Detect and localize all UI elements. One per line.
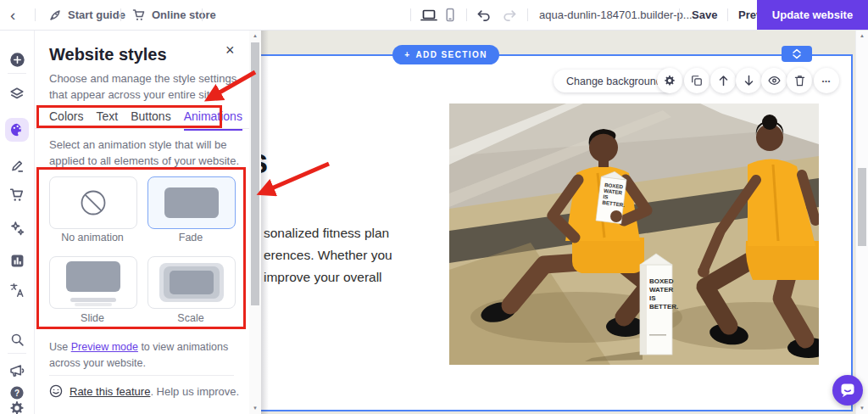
preview-note: Use Preview mode to view animations acro…	[49, 339, 240, 372]
section-more-button[interactable]: •••	[814, 68, 839, 93]
divider	[34, 128, 249, 129]
online-store-button[interactable]: Online store	[132, 0, 216, 30]
desktop-view-button[interactable]	[420, 0, 437, 30]
panel-scrollbar-thumb[interactable]	[251, 42, 259, 305]
save-button[interactable]: Save	[692, 0, 717, 30]
animation-option-none[interactable]	[49, 176, 137, 229]
mobile-view-button[interactable]	[444, 0, 456, 30]
save-label: Save	[692, 8, 717, 21]
back-button[interactable]: ‹	[10, 0, 15, 30]
divider	[120, 8, 121, 21]
no-animation-icon	[77, 187, 109, 219]
website-builder: ‹ Start guide Online store	[0, 0, 868, 414]
animation-option-label: Fade	[147, 232, 234, 243]
site-domain[interactable]: aqua-dunlin-184701.builder-p...	[539, 0, 693, 30]
scale-thumbnail	[159, 263, 224, 302]
sidebar-divider	[8, 73, 26, 74]
rate-feature-row: Rate this feature. Help us improve.	[49, 384, 239, 398]
start-guide-button[interactable]: Start guide	[48, 0, 125, 30]
update-website-label: Update website	[772, 8, 853, 21]
page-scrollbar[interactable]: ▲ ▼	[855, 30, 868, 414]
preview-note-prefix: Use	[49, 341, 71, 353]
arrow-up-icon	[718, 75, 729, 87]
sidebar-item-analytics[interactable]	[7, 250, 27, 271]
sidebar-item-ai-tools[interactable]	[7, 218, 27, 238]
section-resize-handle[interactable]	[782, 46, 812, 62]
divider	[202, 8, 203, 21]
resize-chevrons-icon	[791, 48, 803, 59]
sidebar-item-settings[interactable]	[7, 398, 27, 414]
hide-section-button[interactable]	[761, 68, 787, 93]
update-website-button[interactable]: Update website	[757, 0, 868, 30]
scroll-down-icon[interactable]: ▼	[856, 406, 868, 411]
layers-icon	[9, 87, 25, 102]
ellipsis-icon: •••	[822, 78, 831, 84]
delete-section-button[interactable]	[787, 68, 812, 93]
preview-mode-link[interactable]: Preview mode	[71, 341, 138, 353]
online-store-label: Online store	[152, 8, 216, 21]
canvas: + ADD SECTION Change background	[261, 30, 855, 414]
slide-echo	[70, 298, 116, 302]
animation-option-fade[interactable]	[147, 176, 236, 229]
animation-option-scale[interactable]	[147, 256, 236, 309]
hero-paragraph[interactable]: sonalized fitness plan erences. Whether …	[264, 222, 392, 288]
sparkles-icon	[9, 221, 25, 236]
duplicate-section-button[interactable]	[684, 68, 709, 93]
translate-icon	[9, 283, 25, 298]
eye-icon	[768, 76, 781, 86]
sidebar-item-announcements[interactable]	[7, 361, 27, 381]
hero-image[interactable]: BOXED WATER IS BETTER.	[449, 104, 819, 365]
slide-thumbnail	[66, 261, 120, 292]
sidebar-item-search[interactable]	[7, 329, 27, 350]
scroll-up-icon[interactable]: ▲	[856, 33, 868, 38]
close-icon[interactable]: ×	[225, 42, 235, 58]
sidebar-item-store[interactable]	[7, 185, 27, 205]
slide-echo	[75, 303, 112, 306]
plus-icon: +	[404, 50, 410, 59]
panel-shadow	[261, 30, 269, 414]
rate-suffix: . Help us improve.	[150, 385, 239, 398]
sidebar-item-translate[interactable]	[7, 280, 27, 300]
sidebar-item-layers[interactable]	[7, 84, 27, 104]
section-settings-button[interactable]	[657, 68, 682, 93]
sidebar-divider	[8, 353, 26, 354]
redo-button[interactable]	[502, 0, 517, 30]
cart-icon	[9, 187, 25, 203]
search-icon	[10, 333, 25, 347]
add-section-button[interactable]: + ADD SECTION	[392, 45, 499, 64]
chat-widget-button[interactable]	[832, 375, 863, 406]
sidebar-item-website-styles[interactable]	[5, 118, 29, 142]
change-background-label: Change background	[566, 76, 662, 87]
divider	[679, 8, 680, 21]
gear-icon	[664, 75, 676, 87]
sidebar-item-add[interactable]	[7, 49, 27, 70]
scroll-up-icon[interactable]: ▲	[249, 33, 261, 38]
bar-chart-icon	[10, 254, 25, 268]
divider	[35, 8, 36, 21]
move-section-down-button[interactable]	[736, 68, 761, 93]
divider	[49, 375, 234, 376]
smiley-icon	[49, 384, 63, 398]
animation-option-label: Scale	[147, 312, 234, 324]
rate-feature-link[interactable]: Rate this feature	[70, 385, 150, 398]
domain-label: aqua-dunlin-184701.builder-p...	[539, 8, 693, 21]
undo-button[interactable]	[476, 0, 492, 30]
move-section-up-button[interactable]	[710, 68, 736, 93]
animation-option-slide[interactable]	[49, 256, 137, 309]
divider	[466, 8, 467, 21]
page-scrollbar-thumb[interactable]	[858, 168, 866, 246]
panel-scrollbar[interactable]: ▲ ▼	[249, 30, 261, 414]
animation-option-label: No animation	[49, 232, 136, 243]
website-styles-panel: Website styles × Choose and manage the s…	[34, 30, 249, 414]
animation-option-label: Slide	[49, 312, 136, 324]
palette-icon	[9, 122, 25, 137]
scroll-down-icon[interactable]: ▼	[249, 406, 261, 411]
sidebar: ?	[0, 30, 35, 414]
panel-description: Choose and manage the style settings tha…	[49, 70, 242, 103]
sidebar-item-edit[interactable]	[7, 155, 27, 176]
duplicate-icon	[691, 75, 703, 87]
trash-icon	[794, 75, 805, 87]
gear-icon	[9, 400, 25, 414]
animation-hint: Select an animation style that will be a…	[49, 137, 246, 169]
undo-icon	[476, 9, 492, 21]
